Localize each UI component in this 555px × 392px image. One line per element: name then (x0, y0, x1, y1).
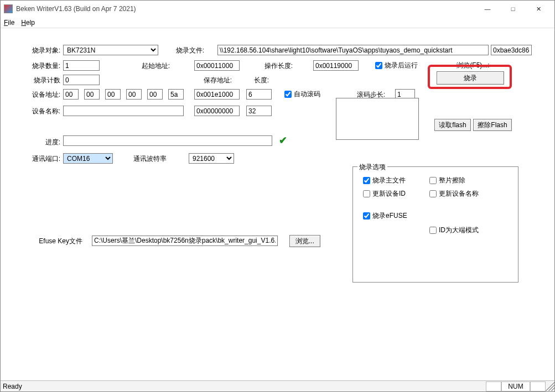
checkbox-auto-scroll-input[interactable] (284, 91, 292, 98)
label-length: 长度: (247, 76, 269, 85)
checkbox-update-devid[interactable]: 更新设备ID (363, 189, 406, 198)
checkbox-full-erase-label: 整片擦除 (439, 176, 465, 185)
input-op-len[interactable] (313, 60, 359, 71)
checkbox-id-bigendian-input[interactable] (429, 227, 437, 234)
label-save-addr: 保存地址: (193, 76, 232, 85)
client-area: 烧录对象: BK7231N 烧录文件: 烧录数量: 起始地址: 操作长度: 烧录… (1, 29, 554, 380)
label-burn-target: 烧录对象: (22, 46, 60, 55)
checkbox-update-devname-label: 更新设备名称 (439, 189, 479, 198)
input-dev-name[interactable] (63, 106, 184, 116)
input-burn-file-hash[interactable] (491, 45, 532, 55)
checkbox-full-erase[interactable]: 整片擦除 (429, 176, 465, 185)
input-save-addr[interactable] (194, 89, 240, 100)
checkbox-burn-main-label: 烧录主文件 (372, 176, 406, 185)
progress-bar (63, 135, 272, 146)
checkbox-burn-main[interactable]: 烧录主文件 (363, 176, 406, 185)
checkbox-auto-scroll[interactable]: 自动滚码 (284, 90, 320, 99)
minimize-button[interactable]: — (475, 1, 500, 17)
menu-help[interactable]: Help (21, 19, 35, 27)
label-burn-file: 烧录文件: (171, 46, 204, 55)
label-op-len: 操作长度: (260, 61, 293, 71)
checkbox-id-bigendian[interactable]: ID为大端模式 (429, 226, 479, 235)
input-burn-counter[interactable] (63, 75, 100, 85)
status-cell-2 (530, 381, 546, 391)
log-textarea[interactable] (336, 98, 419, 140)
titlebar: Beken WriterV1.63 (Build on Apr 7 2021) … (1, 1, 554, 17)
status-ready: Ready (1, 383, 486, 390)
label-dev-name: 设备名称: (11, 107, 60, 116)
input-efuse-path[interactable] (92, 236, 278, 246)
checkbox-auto-scroll-label: 自动滚码 (294, 90, 320, 99)
checkbox-run-after-label: 烧录后运行 (385, 61, 418, 70)
checkbox-burn-efuse[interactable]: 烧录eFUSE (363, 211, 407, 221)
combo-baud[interactable]: 921600 (189, 153, 234, 164)
label-dev-addr: 设备地址: (22, 90, 60, 100)
input-dev-name-len[interactable] (246, 106, 272, 116)
label-burn-count: 烧录数量: (22, 61, 60, 71)
window-title: Beken WriterV1.63 (Build on Apr 7 2021) (16, 5, 136, 13)
browse-efuse-button[interactable]: 浏览... (289, 235, 320, 247)
groupbox-burn-options-legend: 烧录选项 (357, 163, 387, 172)
label-progress: 进度: (27, 138, 60, 147)
input-start-addr[interactable] (194, 60, 240, 71)
checkbox-full-erase-input[interactable] (429, 177, 437, 184)
status-num: NUM (501, 381, 530, 391)
close-button[interactable]: ✕ (526, 1, 551, 17)
erase-flash-button[interactable]: 擦除Flash (473, 119, 512, 131)
input-dev-addr-0[interactable] (63, 89, 79, 100)
checkbox-update-devname-input[interactable] (429, 190, 437, 197)
label-burn-counter: 烧录计数 (22, 76, 60, 85)
input-dev-addr-2[interactable] (105, 89, 121, 100)
input-dev-addr-1[interactable] (84, 89, 100, 100)
checkbox-update-devname[interactable]: 更新设备名称 (429, 189, 479, 198)
app-icon (4, 4, 13, 13)
combo-burn-target[interactable]: BK7231N (63, 45, 158, 55)
input-dev-addr-5[interactable] (168, 89, 184, 100)
checkbox-burn-efuse-input[interactable] (363, 212, 370, 219)
status-cell-1 (486, 381, 501, 391)
input-dev-addr-4[interactable] (147, 89, 163, 100)
checkbox-run-after[interactable]: 烧录后运行 (375, 61, 418, 70)
checkbox-update-devid-input[interactable] (363, 190, 370, 197)
success-check-icon: ✔ (279, 134, 287, 147)
checkbox-update-devid-label: 更新设备ID (372, 189, 406, 198)
checkbox-burn-efuse-label: 烧录eFUSE (372, 211, 407, 221)
input-length1[interactable] (246, 89, 272, 100)
checkbox-burn-main-input[interactable] (363, 177, 370, 184)
burn-button[interactable]: 烧录 (437, 71, 504, 85)
input-dev-addr-3[interactable] (126, 89, 142, 100)
label-browse-f5: 浏览(F5)...: (448, 61, 498, 70)
read-flash-button[interactable]: 读取flash (434, 119, 471, 131)
groupbox-burn-options: 烧录选项 烧录主文件 整片擦除 更新设备ID 更新设备名称 烧录eFUSE ID… (352, 166, 518, 283)
input-burn-count[interactable] (63, 60, 100, 71)
label-start-addr: 起始地址: (131, 61, 170, 71)
resize-grip-icon[interactable] (546, 382, 554, 391)
menubar: File Help (1, 17, 554, 28)
checkbox-id-bigendian-label: ID为大端模式 (439, 226, 479, 235)
label-efuse-key-file: Efuse Key文件 (27, 237, 82, 246)
label-baud: 通讯波特率 (123, 154, 167, 164)
statusbar: Ready NUM (1, 380, 554, 391)
menu-file[interactable]: File (4, 19, 14, 27)
input-burn-file-path[interactable] (217, 45, 489, 55)
label-com-port: 通讯端口: (18, 154, 60, 164)
maximize-button[interactable]: □ (500, 1, 526, 17)
input-dev-name-addr[interactable] (194, 106, 240, 116)
checkbox-run-after-input[interactable] (375, 62, 382, 69)
combo-com-port[interactable]: COM16 (63, 153, 113, 164)
